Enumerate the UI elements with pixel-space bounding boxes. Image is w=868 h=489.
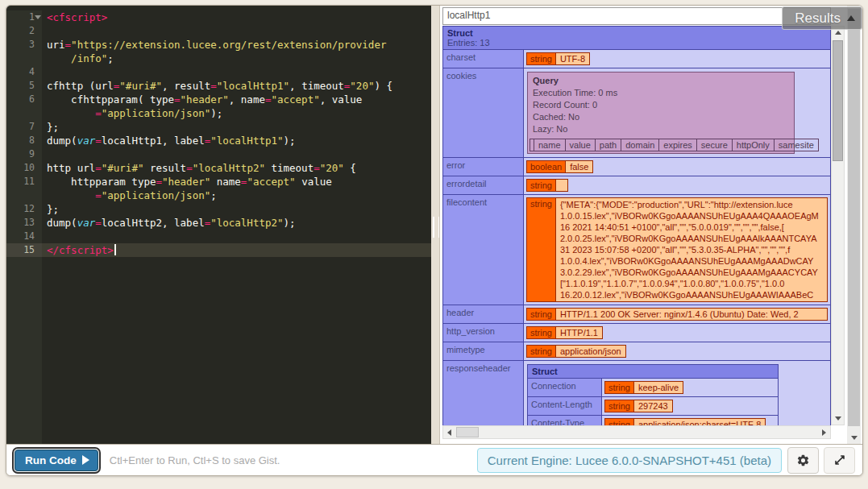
typed-value: stringHTTP/1.1 200 OK Server: nginx/1.4.…	[526, 308, 828, 321]
dump-key: Content-Type	[528, 416, 602, 425]
value-text: keep-alive	[634, 382, 683, 393]
dump-key: Connection	[528, 379, 602, 396]
query-column: secure	[697, 139, 733, 151]
pane-vertical-scrollbar[interactable]	[847, 6, 861, 444]
code-text: };	[42, 202, 431, 216]
dump-horizontal-scrollbar[interactable]	[442, 425, 831, 439]
dump-value: stringapplication/json;charset=UTF-8	[602, 416, 778, 425]
code-text: /info";	[42, 52, 431, 65]
shortcut-hint: Ctl+Enter to Run, Ctl+S to save Gist.	[110, 454, 280, 466]
query-column: value	[566, 139, 596, 151]
type-badge: string	[527, 327, 556, 338]
code-text: uri="https://extension.lucee.org/rest/ex…	[42, 38, 431, 52]
code-line: 9	[6, 147, 431, 161]
type-badge: string	[527, 53, 556, 64]
code-editor[interactable]: 1<cfscript>23uri="https://extension.luce…	[6, 6, 431, 444]
query-title: Query	[533, 75, 789, 87]
code-text: };	[42, 120, 431, 134]
code-text: ="application/json");	[42, 106, 431, 120]
dump-vertical-scrollbar[interactable]	[831, 26, 845, 425]
dump-row: cookiesQueryExecution Time: 0 msRecord C…	[443, 68, 830, 158]
code-line: 2	[6, 24, 431, 38]
footer-toolbar: Run Code Ctl+Enter to Run, Ctl+S to save…	[6, 444, 862, 475]
scroll-left-button[interactable]	[443, 426, 455, 438]
dump-key: cookies	[443, 68, 524, 157]
line-number: 2	[6, 24, 42, 38]
line-number: 9	[6, 147, 42, 161]
code-line: 3uri="https://extension.lucee.org/rest/e…	[6, 38, 431, 52]
editor-empty-area	[6, 257, 431, 444]
code-line: ="application/json";	[6, 189, 431, 202]
struct-dump-table: Struct Entries: 13 charsetstringUTF-8coo…	[442, 26, 831, 425]
run-code-button[interactable]: Run Code	[15, 450, 98, 471]
code-text	[42, 24, 431, 38]
dump-value: string297243	[602, 397, 778, 415]
text-cursor	[114, 244, 116, 255]
split-divider[interactable]	[431, 6, 439, 444]
code-line: 6 cfhttpparam( type="header", name="acce…	[6, 93, 431, 106]
query-meta: Execution Time: 0 ms	[533, 87, 789, 99]
dump-key: responseheader	[443, 361, 524, 425]
code-text: dump(var=localHttp1, label="localHttp1")…	[42, 134, 431, 147]
code-line: ="application/json");	[6, 106, 431, 120]
value-text: application/json	[556, 346, 625, 357]
typed-value: string297243	[604, 400, 673, 412]
dump-value: booleanfalse	[524, 158, 830, 176]
line-number: 12	[6, 202, 42, 216]
line-number: 15	[6, 243, 42, 257]
code-line: 1<cfscript>	[6, 10, 431, 24]
dump-row: Connectionstringkeep-alive	[528, 379, 778, 397]
pane-scroll-thumb[interactable]	[848, 9, 860, 426]
fullscreen-button[interactable]	[824, 447, 855, 474]
value-text: {"META":{"MODE":"production","URL":"http…	[556, 198, 827, 301]
results-tab[interactable]: Results	[782, 6, 862, 30]
query-column: expires	[659, 139, 696, 151]
line-number: 1	[6, 10, 42, 24]
current-engine-selector[interactable]: Current Engine: Lucee 6.0.0-SNAPSHOT+451…	[477, 448, 782, 473]
results-tab-label: Results	[795, 10, 841, 27]
code-line: 14	[6, 230, 431, 243]
expand-icon	[833, 454, 846, 466]
dump-value: stringUTF-8	[524, 50, 830, 68]
query-column-headers: namevaluepathdomainexpiressecurehttpOnly…	[528, 137, 794, 153]
scroll-down-icon	[835, 416, 841, 421]
line-number: 6	[6, 93, 42, 106]
results-pane: localHttp1 Struct Entries: 13 charsetstr…	[439, 6, 862, 444]
type-badge: string	[527, 346, 556, 357]
code-fill	[42, 257, 431, 444]
line-number: 3	[6, 38, 42, 52]
code-text: ="application/json";	[42, 189, 431, 202]
scroll-down-button[interactable]	[832, 412, 844, 425]
line-number	[6, 106, 42, 120]
dump-row: errorbooleanfalse	[443, 158, 830, 176]
value-text: UTF-8	[556, 53, 589, 64]
fold-toggle-icon[interactable]	[35, 15, 41, 19]
code-text: dump(var=localHttp2, label="localHttp2")…	[42, 216, 431, 230]
dump-key: errordetail	[443, 176, 524, 194]
collapse-up-icon[interactable]	[847, 15, 855, 21]
code-line: 8dump(var=localHttp1, label="localHttp1"…	[6, 134, 431, 147]
code-line: 4	[6, 65, 431, 79]
query-meta: Record Count: 0	[533, 99, 789, 111]
line-number: 5	[6, 79, 42, 93]
code-text: cfhttp (url="#uri#", result="localHttp1"…	[42, 79, 431, 93]
scroll-right-button[interactable]	[818, 426, 830, 438]
dump-row: charsetstringUTF-8	[443, 50, 830, 68]
dump-row: errordetailstring	[443, 176, 830, 195]
dump-value: string{"META":{"MODE":"production","URL"…	[524, 195, 830, 305]
value-text: application/json;charset=UTF-8	[634, 419, 766, 425]
code-text: http url="#uri#" result="localHttp2" tim…	[42, 161, 431, 175]
query-dump: QueryExecution Time: 0 msRecord Count: 0…	[527, 72, 795, 154]
settings-button[interactable]	[787, 447, 819, 474]
horizontal-scroll-thumb[interactable]	[456, 427, 479, 437]
code-line: 11 httpparam type="header" name="accept"…	[6, 175, 431, 189]
line-number: 7	[6, 120, 42, 134]
pane-scroll-down-button[interactable]	[847, 432, 861, 444]
vertical-scroll-thumb[interactable]	[833, 40, 843, 161]
dump-value: stringHTTP/1.1 200 OK Server: nginx/1.4.…	[524, 305, 830, 323]
query-meta: Cached: No	[533, 111, 789, 123]
nested-struct-dump: StructConnectionstringkeep-aliveContent-…	[527, 364, 779, 425]
code-text: </cfscript>	[42, 243, 431, 257]
typed-value: string{"META":{"MODE":"production","URL"…	[526, 197, 828, 302]
typed-value: string	[526, 179, 568, 192]
